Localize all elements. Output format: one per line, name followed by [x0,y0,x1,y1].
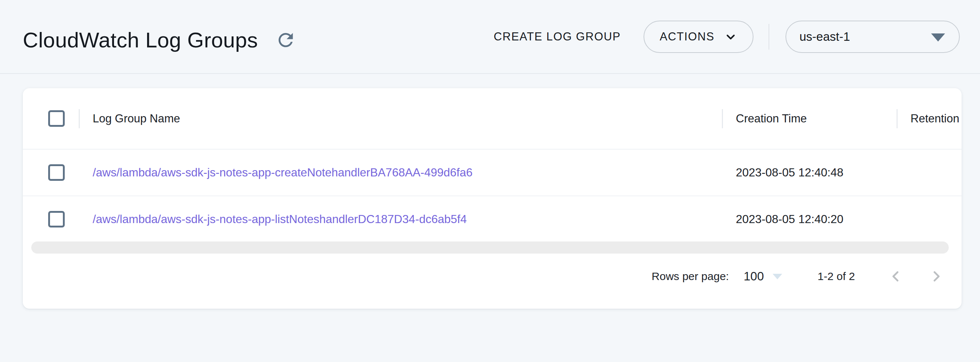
pagination-range-label: 1-2 of 2 [818,270,855,283]
app-header: CloudWatch Log Groups CREATE LOG GROUP A… [0,0,980,74]
row-checkbox-cell [23,164,79,181]
column-divider [897,109,897,128]
creation-time-cell: 2023-08-05 12:40:48 [722,166,897,179]
column-label: Retention [910,112,959,125]
page-title: CloudWatch Log Groups [23,23,258,51]
column-label: Creation Time [736,112,807,125]
column-header-log-group-name: Log Group Name [79,88,722,149]
actions-button-label: ACTIONS [660,30,714,43]
row-checkbox[interactable] [48,211,65,227]
region-select-value: us-east-1 [799,30,850,44]
header-checkbox-cell [23,110,79,127]
previous-page-button[interactable] [887,268,904,285]
table-row: /aws/lambda/aws-sdk-js-notes-app-createN… [23,149,962,196]
column-divider [722,109,723,128]
rows-per-page-label: Rows per page: [652,270,729,283]
rows-per-page-value: 100 [743,269,764,283]
horizontal-scrollbar-thumb[interactable] [31,241,949,254]
chevron-left-icon [887,268,904,285]
rows-per-page-caret-icon [773,274,782,279]
column-label: Log Group Name [93,112,180,125]
table-row: /aws/lambda/aws-sdk-js-notes-app-listNot… [23,196,962,242]
column-divider [79,109,80,128]
log-group-link[interactable]: /aws/lambda/aws-sdk-js-notes-app-listNot… [93,213,467,225]
create-log-group-button[interactable]: CREATE LOG GROUP [483,22,632,51]
select-all-checkbox[interactable] [48,110,65,127]
chevron-right-icon [928,268,945,285]
refresh-button[interactable] [275,29,297,51]
select-caret-icon [931,33,945,41]
header-actions-group: CREATE LOG GROUP ACTIONS us-east-1 [483,21,960,53]
log-group-link[interactable]: /aws/lambda/aws-sdk-js-notes-app-createN… [93,166,473,179]
header-divider [768,24,769,49]
column-header-creation-time: Creation Time [722,88,897,149]
table-header-row: Log Group Name Creation Time Retention [23,88,962,149]
creation-time-cell: 2023-08-05 12:40:20 [722,213,897,226]
pagination-bar: Rows per page: 100 1-2 of 2 [652,265,945,288]
column-header-retention: Retention [897,88,962,149]
row-checkbox[interactable] [48,164,65,181]
rows-per-page-select[interactable]: 100 [743,269,782,283]
row-checkbox-cell [23,211,79,227]
refresh-icon [275,29,296,51]
log-groups-card: Log Group Name Creation Time Retention /… [23,88,962,309]
log-group-name-cell: /aws/lambda/aws-sdk-js-notes-app-listNot… [79,213,722,226]
actions-button[interactable]: ACTIONS [644,21,754,53]
chevron-down-icon [724,30,737,43]
log-group-name-cell: /aws/lambda/aws-sdk-js-notes-app-createN… [79,166,722,179]
next-page-button[interactable] [928,268,945,285]
region-select[interactable]: us-east-1 [786,21,960,53]
